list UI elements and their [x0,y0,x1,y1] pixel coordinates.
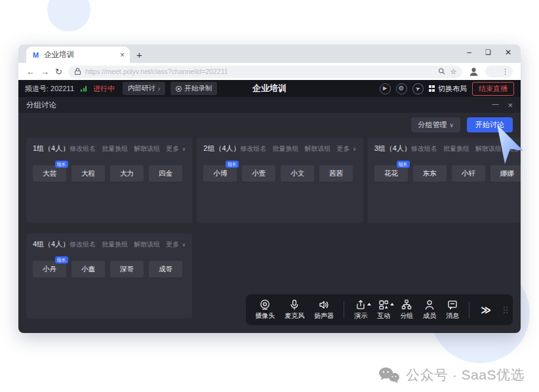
member-chip[interactable]: 大力 [110,165,144,182]
speaker-button[interactable]: 扬声器 [314,299,334,321]
profile-avatar-icon[interactable] [468,66,479,77]
browser-menu[interactable]: ⋮ [485,66,513,77]
end-live-button[interactable]: 结束直播 [472,82,514,96]
cursor-arrow [492,125,526,165]
more-link[interactable]: 更多 ∨ [166,240,186,249]
member-chip[interactable]: 组长 小丹 [33,261,66,277]
member-chip[interactable]: 小文 [281,165,314,182]
chevron-right-icon: › [158,85,160,92]
app-title: 企业培训 [252,83,287,94]
expand-toolbar-icon[interactable]: ≫ [479,304,492,316]
dissolve-group-link[interactable]: 解散该组 [134,144,160,153]
panel-title: 分组讨论 [26,100,56,110]
share-icon[interactable]: ➤ [410,81,425,96]
window-minimize-icon[interactable]: – [467,49,471,56]
panel-minimize-icon[interactable]: — [492,101,498,109]
camera-button[interactable]: 摄像头 [255,299,275,321]
member-chip[interactable]: 小鑫 [71,261,105,277]
leader-badge: 组长 [55,161,68,168]
member-chip[interactable]: 大程 [71,165,105,182]
toolbar-divider [344,302,344,319]
grouping-icon [401,299,412,311]
batch-move-link[interactable]: 批量换组 [102,240,128,249]
group-name: 2组（4人） [203,144,240,153]
member-chip[interactable]: 小轩 [452,165,485,182]
present-button[interactable]: 演示 [354,299,367,321]
page: M 企业培训 × + – ❑ ✕ ← → ↻ https://meet.poly… [0,0,539,392]
grouping-button[interactable]: 分组 [400,299,413,321]
wechat-icon [378,366,400,384]
member-chip[interactable]: 茜茜 [319,165,353,182]
member-chip[interactable]: 娜娜 [490,165,521,182]
drag-handle-icon[interactable] [504,307,508,313]
member-chip[interactable]: 深哥 [110,261,144,277]
messages-button[interactable]: 消息 [446,299,459,321]
more-link[interactable]: 更多 ∨ [166,144,186,153]
batch-move-link[interactable]: 批量换组 [102,144,128,153]
group-name: 3组（4人） [374,144,411,153]
panel-close-icon[interactable]: × [508,101,513,109]
caret-up-icon [367,303,371,305]
signal-bars-icon [81,86,87,92]
dissolve-group-link[interactable]: 解散该组 [305,144,331,153]
member-chip[interactable]: 组长 大芸 [33,165,66,182]
rename-group-link[interactable]: 修改组名 [70,240,96,249]
member-chip[interactable]: 组长 小博 [203,165,237,182]
leader-badge: 组长 [55,256,68,264]
group-discussion-panel: 分组管理 ∨ 开始讨论 1组（4人） 修改组名 批量换组 解散该组 更多 ∨ [18,113,521,333]
members-button[interactable]: 成员 [423,299,436,321]
app-top-bar: 频道号: 202211 进行中 内部研讨 › 开始录制 企业培训 ▶ ⚙ ➤ 切… [18,80,521,97]
start-record-button[interactable]: 开始录制 [170,82,217,95]
member-chip[interactable]: 四金 [149,165,182,182]
kebab-menu-icon[interactable]: ⋮ [502,68,509,76]
address-bar: ← → ↻ https://meet.polyv.net/class?chann… [18,63,521,80]
interaction-icon [378,299,389,311]
microphone-button[interactable]: 麦克风 [285,299,304,321]
camera-icon [259,299,271,311]
batch-move-link[interactable]: 批量换组 [273,144,299,153]
member-chip[interactable]: 组长 花花 [374,165,408,182]
more-link[interactable]: 更多 ∨ [337,144,357,153]
window-maximize-icon[interactable]: ❑ [485,49,491,56]
member-chip[interactable]: 东东 [413,165,447,182]
rename-group-link[interactable]: 修改组名 [241,144,267,153]
internal-discussion-button[interactable]: 内部研讨 › [123,82,165,95]
settings-gear-icon[interactable]: ⚙ [396,83,407,94]
tab-strip: M 企业培训 × + – ❑ ✕ [18,45,521,63]
live-status: 进行中 [93,84,115,94]
switch-layout-button[interactable]: 切换布局 [429,84,468,94]
chevron-down-icon: ∨ [449,122,454,128]
browser-window: M 企业培训 × + – ❑ ✕ ← → ↻ https://meet.poly… [18,45,521,333]
forward-icon[interactable]: → [41,68,49,76]
back-icon[interactable]: ← [26,68,35,76]
reload-icon[interactable]: ↻ [55,68,62,76]
group-manage-button[interactable]: 分组管理 ∨ [411,117,460,132]
batch-move-link[interactable]: 批量换组 [443,144,469,153]
group-cards-grid: 1组（4人） 修改组名 批量换组 解散该组 更多 ∨ 组长 大芸 [26,138,513,319]
member-chip[interactable]: 成哥 [149,261,182,277]
dissolve-group-link[interactable]: 解散该组 [134,240,160,249]
browser-tab[interactable]: M 企业培训 × [26,47,130,63]
leader-badge: 组长 [226,161,239,168]
group-name: 4组（4人） [33,239,70,249]
speaker-icon [318,299,330,311]
chevron-down-icon: ∨ [180,146,186,152]
playback-icon[interactable]: ▶ [380,83,391,94]
window-close-icon[interactable]: ✕ [505,49,511,56]
tab-close-icon[interactable]: × [120,50,125,60]
new-tab-button[interactable]: + [136,49,142,60]
url-field[interactable]: https://meet.polyv.net/class?channelId=2… [68,66,462,78]
chevron-down-icon: ∨ [351,146,357,152]
interaction-button[interactable]: 互动 [377,299,390,321]
leader-badge: 组长 [397,161,410,168]
url-text: https://meet.polyv.net/class?channelId=2… [85,68,434,75]
rename-group-link[interactable]: 修改组名 [70,144,96,153]
toolbar-divider [469,302,469,319]
group-card-4: 4组（4人） 修改组名 批量换组 解散该组 更多 ∨ 组长 小丹 [26,233,192,319]
group-card-1: 1组（4人） 修改组名 批量换组 解散该组 更多 ∨ 组长 大芸 [26,138,192,223]
bookmark-star-icon[interactable]: ☆ [450,68,456,76]
zoom-icon[interactable] [438,68,446,75]
member-chip[interactable]: 小萱 [242,165,275,182]
rename-group-link[interactable]: 修改组名 [411,144,437,153]
bottom-toolbar: 摄像头 麦克风 扬声器 [246,294,513,325]
